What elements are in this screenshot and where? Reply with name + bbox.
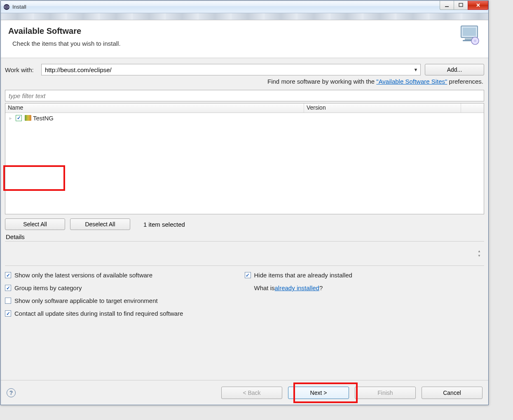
tree-item-testng[interactable]: ▹ ✓ TestNG	[5, 113, 484, 123]
titlebar[interactable]: Install	[1, 1, 488, 13]
add-button[interactable]: Add...	[425, 64, 484, 75]
svg-rect-3	[459, 3, 463, 7]
svg-point-9	[474, 40, 476, 42]
minimize-button[interactable]	[440, 1, 454, 10]
category-icon	[25, 115, 31, 121]
contact-all-label: Contact all update sites during install …	[14, 310, 183, 317]
window-controls	[440, 1, 488, 10]
show-latest-label: Show only the latest versions of availab…	[14, 272, 152, 279]
find-more-text: Find more software by working with the "…	[5, 78, 483, 85]
next-button[interactable]: Next >	[288, 387, 349, 399]
what-is-suffix: ?	[319, 284, 323, 291]
background-blur	[1, 13, 488, 20]
work-with-input[interactable]	[42, 64, 411, 75]
page-title: Available Software	[8, 26, 481, 36]
page-subtitle: Check the items that you wish to install…	[8, 40, 481, 47]
chevron-down-icon[interactable]: ▼	[411, 67, 420, 72]
work-with-combo[interactable]: ▼	[41, 64, 421, 75]
column-name[interactable]: Name	[5, 103, 304, 113]
window-title: Install	[12, 4, 26, 10]
column-extra[interactable]	[461, 103, 484, 113]
already-installed-link[interactable]: already installed	[275, 284, 319, 291]
help-icon[interactable]: ?	[7, 388, 16, 397]
hide-installed-label: Hide items that are already installed	[254, 272, 352, 279]
close-button[interactable]	[468, 1, 488, 10]
show-latest-checkbox[interactable]: ✓	[5, 272, 11, 278]
deselect-all-button[interactable]: Deselect All	[70, 218, 130, 230]
dialog-footer: ? < Back Next > Finish Cancel	[1, 380, 488, 405]
chevron-up-icon[interactable]: ▲	[476, 249, 483, 253]
available-sites-link[interactable]: "Available Software Sites"	[376, 78, 447, 85]
expand-icon[interactable]: ▹	[9, 116, 14, 120]
column-version[interactable]: Version	[304, 103, 461, 113]
install-dialog: Install Available Software Check the ite…	[0, 0, 489, 405]
select-all-button[interactable]: Select All	[5, 218, 65, 230]
group-category-label: Group items by category	[14, 284, 82, 291]
details-label: Details	[6, 233, 484, 240]
selection-count: 1 item selected	[143, 221, 185, 228]
svg-rect-2	[445, 6, 449, 7]
dialog-header: Available Software Check the items that …	[1, 20, 488, 58]
group-category-checkbox[interactable]: ✓	[5, 285, 11, 291]
maximize-button[interactable]	[454, 1, 468, 10]
filter-input[interactable]	[5, 90, 484, 101]
details-spinner[interactable]: ▲ ▼	[476, 249, 483, 258]
software-tree: Name Version ▹ ✓ TestNG	[5, 103, 484, 214]
finish-button[interactable]: Finish	[355, 387, 416, 399]
hide-installed-checkbox[interactable]: ✓	[245, 272, 251, 278]
applicable-target-label: Show only software applicable to target …	[14, 297, 158, 304]
install-icon	[459, 24, 481, 45]
tree-body[interactable]: ▹ ✓ TestNG	[5, 113, 484, 214]
details-box: ▲ ▼	[5, 241, 484, 266]
cancel-button[interactable]: Cancel	[422, 387, 483, 399]
what-is-prefix: What is	[254, 284, 275, 291]
chevron-down-icon[interactable]: ▼	[476, 253, 483, 258]
svg-rect-5	[463, 28, 476, 36]
contact-all-checkbox[interactable]: ✓	[5, 310, 11, 317]
applicable-target-checkbox[interactable]: ✓	[5, 298, 11, 304]
eclipse-icon	[3, 4, 10, 10]
item-label: TestNG	[33, 115, 54, 122]
item-checkbox[interactable]: ✓	[16, 115, 22, 121]
dialog-body: Work with: ▼ Add... Find more software b…	[1, 58, 488, 405]
tree-header: Name Version	[5, 103, 484, 113]
back-button[interactable]: < Back	[221, 387, 282, 399]
work-with-label: Work with:	[5, 66, 41, 73]
